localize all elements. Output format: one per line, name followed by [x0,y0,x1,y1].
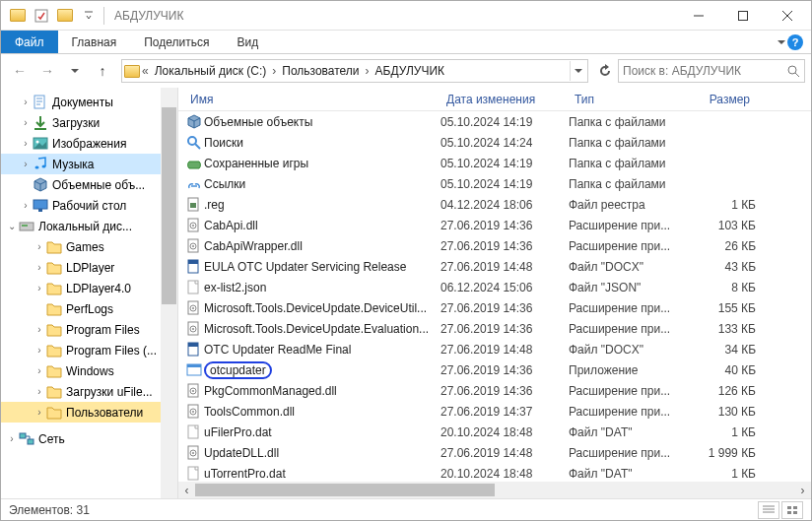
address-bar[interactable]: « Локальный диск (C:) › Пользователи › А… [121,59,588,83]
file-row[interactable]: otcupdater27.06.2019 14:36Приложение40 К… [178,359,811,380]
ribbon-expand-icon[interactable] [778,40,785,44]
file-row[interactable]: ToolsCommon.dll27.06.2019 14:37Расширени… [178,401,811,422]
file-row[interactable]: Объемные объекты05.10.2024 14:19Папка с … [178,111,811,132]
maximize-button[interactable] [720,1,765,30]
forward-button[interactable]: → [34,58,60,84]
col-size[interactable]: Размер [697,93,756,106]
help-icon[interactable]: ? [787,34,803,50]
qat-new-folder-icon[interactable] [54,5,76,27]
file-date: 06.12.2024 15:06 [440,281,569,294]
file-row[interactable]: CabApiWrapper.dll27.06.2019 14:36Расшире… [178,235,811,256]
tree-item[interactable]: ›Program Files (... [1,340,177,360]
file-row[interactable]: EULA OTC Updater Servicing Release27.06.… [178,256,811,277]
breadcrumb[interactable]: Пользователи [278,64,363,78]
up-button[interactable]: ↑ [90,58,115,84]
file-name: PkgCommonManaged.dll [204,384,440,398]
file-row[interactable]: OTC Updater ReadMe Final27.06.2019 14:48… [178,339,811,359]
col-type[interactable]: Тип [569,93,697,106]
breadcrumb[interactable]: АБДУЛУЧИК [372,64,448,78]
tree-twisty-icon[interactable]: › [33,324,46,335]
tab-home[interactable]: Главная [58,31,131,53]
tree-twisty-icon[interactable]: › [33,365,46,376]
tree-item[interactable]: ›Games [1,236,177,257]
address-dropdown-icon[interactable] [570,61,585,81]
breadcrumb[interactable]: Локальный диск (C:) [151,64,271,78]
file-row[interactable]: UpdateDLL.dll27.06.2019 14:48Расширение … [178,442,811,463]
tree-item[interactable]: ›Документы [1,92,177,112]
file-type: Файл реестра [569,198,697,212]
back-button[interactable]: ← [7,58,33,84]
tree-item[interactable]: ›Windows [1,360,177,381]
chevron-right-icon[interactable]: › [366,64,370,78]
tree-twisty-icon[interactable]: › [19,159,33,169]
tab-file[interactable]: Файл [1,31,58,53]
tree-scrollbar[interactable] [161,88,177,498]
tree-item-label: PerfLogs [66,302,113,316]
tree-twisty-icon[interactable]: › [19,138,33,149]
tree-twisty-icon[interactable]: › [5,433,19,444]
tree-twisty-icon[interactable]: › [19,200,33,211]
tree-item[interactable]: ›Program Files [1,319,177,340]
col-date[interactable]: Дата изменения [440,93,569,106]
file-row[interactable]: Microsoft.Tools.DeviceUpdate.Evaluation.… [178,318,811,339]
tree-twisty-icon[interactable]: ⌄ [5,221,19,231]
chevron-right-icon[interactable]: › [272,64,276,78]
chevron-right-icon[interactable]: « [142,64,149,78]
tree-item[interactable]: ›Загрузки [1,112,177,133]
scroll-right-icon[interactable]: › [794,482,811,498]
file-name: EULA OTC Updater Servicing Release [204,260,440,274]
large-icons-view-icon[interactable] [781,501,803,519]
tree-item[interactable]: ›Рабочий стол [1,195,177,216]
file-date: 27.06.2019 14:48 [440,446,569,460]
file-row[interactable]: Сохраненные игры05.10.2024 14:19Папка с … [178,153,811,173]
file-size: 8 КБ [697,281,756,294]
close-button[interactable] [765,1,809,30]
file-row[interactable]: uFilerPro.dat20.10.2024 18:48Файл "DAT"1… [178,422,811,442]
folder-icon [46,260,62,276]
file-row[interactable]: PkgCommonManaged.dll27.06.2019 14:36Расш… [178,380,811,401]
col-name[interactable]: Имя [184,93,440,106]
tree-item[interactable]: Объемные объ... [1,174,177,195]
tree-twisty-icon[interactable]: › [19,97,33,107]
file-row[interactable]: .reg04.12.2024 18:06Файл реестра1 КБ [178,194,811,215]
tree-item[interactable]: ›LDPlayer [1,257,177,278]
file-row[interactable]: ex-list2.json06.12.2024 15:06Файл "JSON"… [178,277,811,297]
status-bar: Элементов: 31 [1,498,811,520]
tree-item[interactable]: ›LDPlayer4.0 [1,278,177,298]
tree-twisty-icon[interactable]: › [33,241,46,252]
svg-point-6 [35,165,39,168]
tree-twisty-icon[interactable]: › [33,345,46,356]
svg-rect-46 [188,467,198,480]
tree-item[interactable]: ›Загрузки uFile... [1,381,177,402]
file-row[interactable]: Поиски05.10.2024 14:24Папка с файлами [178,132,811,153]
tree-item[interactable]: ›Пользователи [1,402,177,423]
tree-twisty-icon[interactable]: › [33,407,46,418]
tab-view[interactable]: Вид [223,31,272,53]
tree-twisty-icon[interactable]: › [33,386,46,397]
refresh-button[interactable] [594,60,616,82]
tree-twisty-icon[interactable]: › [19,117,33,128]
svg-rect-47 [787,506,791,509]
horizontal-scrollbar[interactable]: ‹ › [178,482,811,498]
tree-twisty-icon[interactable]: › [33,283,46,293]
tree-item[interactable]: PerfLogs [1,298,177,319]
tab-share[interactable]: Поделиться [130,31,223,53]
file-row[interactable]: uTorrentPro.dat20.10.2024 18:48Файл "DAT… [178,463,811,482]
search-input[interactable]: Поиск в: АБДУЛУЧИК [618,59,805,83]
file-row[interactable]: CabApi.dll27.06.2019 14:36Расширение при… [178,215,811,235]
minimize-button[interactable] [676,1,720,30]
tree-item[interactable]: ›Изображения [1,133,177,154]
search-icon[interactable] [786,64,800,78]
tree-item[interactable]: ⌄Локальный дис... [1,216,177,236]
tree-item[interactable]: ›Сеть [1,428,177,449]
details-view-icon[interactable] [758,501,779,519]
tree-twisty-icon[interactable]: › [33,262,46,273]
recent-locations-icon[interactable] [62,58,88,84]
file-size: 103 КБ [697,219,756,232]
scroll-left-icon[interactable]: ‹ [178,482,195,498]
tree-item[interactable]: ›Музыка [1,154,177,174]
file-row[interactable]: Microsoft.Tools.DeviceUpdate.DeviceUtil.… [178,297,811,318]
qat-properties-icon[interactable] [31,5,52,27]
file-row[interactable]: Ссылки05.10.2024 14:19Папка с файлами [178,173,811,194]
qat-dropdown-icon[interactable] [78,5,100,27]
